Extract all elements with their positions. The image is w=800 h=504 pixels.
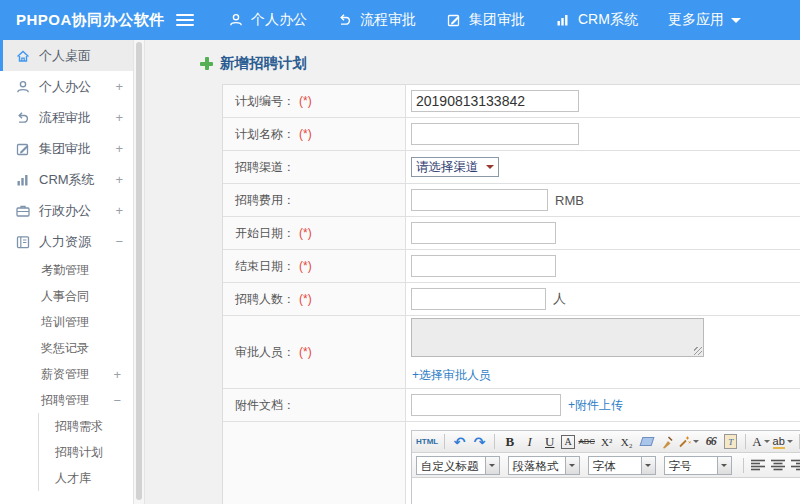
topnav-group-approval[interactable]: 集团审批 <box>446 11 525 29</box>
sidebar-item-label: 人力资源 <box>39 233 91 251</box>
expand-plus-icon[interactable]: + <box>115 141 123 156</box>
align-left-icon[interactable] <box>750 457 767 474</box>
topnav-label: 更多应用 <box>668 11 724 29</box>
topnav-crm-system[interactable]: CRM系统 <box>555 11 638 29</box>
plan-number-input[interactable] <box>411 90 579 112</box>
field-label: 附件文档： <box>235 397 295 414</box>
sidebar-item-hr-contract[interactable]: 人事合同 <box>0 283 133 309</box>
strikethrough-button[interactable]: ABC <box>578 433 595 450</box>
caret-down-icon <box>787 440 793 446</box>
sidebar-item-attendance[interactable]: 考勤管理 <box>0 257 133 283</box>
topnav-personal-office[interactable]: 个人办公 <box>228 11 307 29</box>
collapse-minus-icon[interactable]: − <box>113 393 121 408</box>
custom-title-dropdown[interactable]: 自定义标题 <box>416 456 500 475</box>
sidebar-item-label: 人才库 <box>55 470 91 487</box>
sidebar-item-salary[interactable]: 薪资管理 + <box>0 361 133 387</box>
sidebar-item-talent-pool[interactable]: 人才库 <box>39 465 133 491</box>
blockquote-button[interactable]: 66 <box>702 433 719 450</box>
attachment-input[interactable] <box>411 394 561 416</box>
scrollbar-thumb[interactable] <box>136 42 142 500</box>
sidebar-item-admin-office[interactable]: 行政办公 + <box>0 195 133 226</box>
phpoa-app: { "topbar": { "brand": "PHPOA协同办公软件", "n… <box>0 0 800 504</box>
fee-input[interactable] <box>411 189 548 211</box>
approvers-textarea[interactable] <box>411 318 704 357</box>
form-row-plan-number: 计划编号：(*) <box>223 85 800 118</box>
channel-select[interactable]: 请选择渠道 <box>411 157 499 177</box>
topnav-workflow-approval[interactable]: 流程审批 <box>337 11 416 29</box>
caret-down-icon[interactable] <box>717 457 731 474</box>
start-date-input[interactable] <box>411 222 556 244</box>
select-approvers-link[interactable]: +选择审批人员 <box>412 367 491 384</box>
sidebar-item-recruit-mgmt[interactable]: 招聘管理 − <box>0 387 133 413</box>
expand-plus-icon[interactable]: + <box>115 172 123 187</box>
app-logo: PHPOA协同办公软件 <box>0 11 176 30</box>
font-border-button[interactable]: A <box>561 435 575 449</box>
format-brush-icon[interactable] <box>658 433 675 450</box>
paste-as-text-icon[interactable]: T <box>722 433 739 450</box>
align-center-icon[interactable] <box>770 457 787 474</box>
user-icon <box>228 12 244 28</box>
sidebar-item-crm-system[interactable]: CRM系统 + <box>0 164 133 195</box>
resize-grip-icon[interactable] <box>694 347 702 355</box>
highlight-color-button[interactable]: ab <box>773 433 793 450</box>
redo-icon[interactable]: ↷ <box>471 433 488 450</box>
eraser-icon[interactable] <box>638 433 655 450</box>
home-icon <box>15 48 31 64</box>
fee-unit-label: RMB <box>555 193 584 208</box>
font-size-dropdown[interactable]: 字号 <box>664 456 732 475</box>
caret-down-icon[interactable] <box>485 457 499 474</box>
sidebar-item-recruit-demand[interactable]: 招聘需求 <box>39 413 133 439</box>
caret-down-icon[interactable] <box>641 457 655 474</box>
headcount-unit-label: 人 <box>553 290 566 308</box>
sidebar-item-human-resources[interactable]: 人力资源 − <box>0 226 133 257</box>
required-marker: (*) <box>299 292 312 306</box>
html-source-button[interactable]: HTML <box>416 433 438 450</box>
field-label: 招聘人数： <box>235 291 295 308</box>
rich-text-editor: HTML ↶ ↷ B I U A ABC X² X₂ <box>411 430 800 504</box>
form-row-editor: HTML ↶ ↷ B I U A ABC X² X₂ <box>223 422 800 504</box>
font-color-button[interactable]: A <box>752 433 769 450</box>
sidebar-item-personal-office[interactable]: 个人办公 + <box>0 71 133 102</box>
editor-content-area[interactable] <box>412 478 800 504</box>
headcount-input[interactable] <box>411 288 546 310</box>
expand-plus-icon[interactable]: + <box>115 203 123 218</box>
undo-icon[interactable]: ↶ <box>451 433 468 450</box>
sidebar-item-training[interactable]: 培训管理 <box>0 309 133 335</box>
topnav-label: 集团审批 <box>469 11 525 29</box>
plan-name-input[interactable] <box>411 123 579 145</box>
caret-down-icon[interactable] <box>565 457 579 474</box>
sidebar-item-label: 招聘管理 <box>41 392 89 409</box>
sidebar-item-workflow-approval[interactable]: 流程审批 + <box>0 102 133 133</box>
sidebar-scrollbar[interactable] <box>133 40 145 504</box>
form-row-channel: 招聘渠道： 请选择渠道 <box>223 151 800 184</box>
subscript-button[interactable]: X₂ <box>618 433 635 450</box>
expand-plus-icon[interactable]: + <box>113 367 121 382</box>
sidebar-item-recruit-plan[interactable]: 招聘计划 <box>39 439 133 465</box>
underline-button[interactable]: U <box>541 433 558 450</box>
topnav-label: 流程审批 <box>360 11 416 29</box>
collapse-minus-icon[interactable]: − <box>115 234 123 249</box>
italic-button[interactable]: I <box>521 433 538 450</box>
topbar: PHPOA协同办公软件 个人办公 流程审批 集团审批 CRM系统 更多应用 <box>0 0 800 40</box>
paragraph-format-dropdown[interactable]: 段落格式 <box>508 456 580 475</box>
attachment-upload-link[interactable]: +附件上传 <box>568 397 623 414</box>
edit-icon <box>446 12 462 28</box>
page-title: 新增招聘计划 <box>200 54 307 73</box>
auto-typeset-wand-icon[interactable] <box>678 433 699 450</box>
sidebar-item-personal-desktop[interactable]: 个人桌面 <box>0 40 133 71</box>
sidebar-item-group-approval[interactable]: 集团审批 + <box>0 133 133 164</box>
sidebar-item-rewards[interactable]: 奖惩记录 <box>0 335 133 361</box>
expand-plus-icon[interactable]: + <box>115 110 123 125</box>
end-date-input[interactable] <box>411 255 556 277</box>
align-right-icon[interactable] <box>790 457 800 474</box>
sidebar-item-label: 个人桌面 <box>39 47 91 65</box>
topnav-more-apps[interactable]: 更多应用 <box>668 11 741 29</box>
expand-plus-icon[interactable]: + <box>115 79 123 94</box>
font-family-dropdown[interactable]: 字体 <box>588 456 656 475</box>
topnav-label: 个人办公 <box>251 11 307 29</box>
menu-toggle-icon[interactable] <box>176 14 194 26</box>
top-navigation: 个人办公 流程审批 集团审批 CRM系统 更多应用 <box>228 11 741 29</box>
superscript-button[interactable]: X² <box>598 433 615 450</box>
sidebar-hr-submenu: 考勤管理 人事合同 培训管理 奖惩记录 薪资管理 + 招聘管理 − 招聘需求 招… <box>0 257 133 491</box>
bold-button[interactable]: B <box>501 433 518 450</box>
